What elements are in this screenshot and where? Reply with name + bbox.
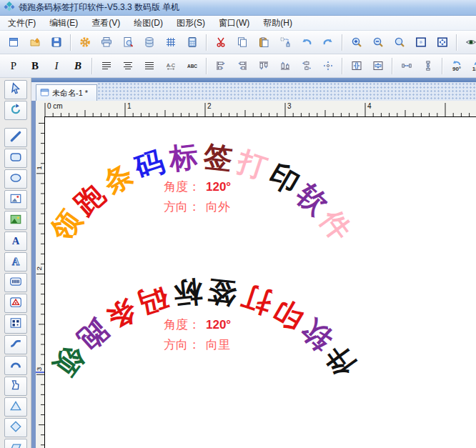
qrcode-tool-button[interactable] (4, 314, 27, 334)
tab-bar-filler (97, 82, 476, 101)
arc-text-2-char-2[interactable]: 跑 (74, 315, 114, 355)
arc-text-2-char-8[interactable]: 印 (269, 295, 308, 334)
ellipse-tool-button[interactable] (4, 169, 27, 189)
arc-text-1-char-6[interactable]: 签 (202, 141, 234, 173)
center-in-page-vertical-button[interactable] (367, 56, 389, 76)
label-canvas[interactable]: 领跑条码标签打印软件角度：120°方向：向外领跑条码标签打印软件角度：120°方… (44, 116, 476, 448)
center-in-page-horizontal-button[interactable] (346, 56, 367, 76)
equal-spacing-vertical-button[interactable] (417, 56, 439, 76)
menu-item-4[interactable]: 图形(S) (171, 16, 211, 30)
menu-bar: 文件(F)编辑(E)查看(V)绘图(D)图形(S)窗口(W)帮助(H) (0, 16, 476, 31)
document-tab[interactable]: 未命名-1 * (36, 84, 97, 101)
arc-text-2-char-10[interactable]: 件 (320, 341, 360, 381)
arc-text-1-char-10[interactable]: 件 (316, 205, 356, 245)
polygon-tool-button[interactable] (4, 377, 27, 396)
arc-text-tool-button[interactable]: A (4, 252, 27, 272)
parallelogram-tool-button[interactable] (4, 439, 27, 448)
rounded-rect-tool-button[interactable] (4, 149, 27, 168)
zoom-reset-button[interactable] (389, 33, 410, 52)
arc-text-1-char-8[interactable]: 印 (264, 159, 304, 199)
format-plain-button[interactable]: P (3, 56, 24, 76)
cut-button[interactable] (210, 33, 232, 52)
angle-row: 角度：120° (164, 315, 231, 335)
align-bottom-edges-button[interactable] (274, 56, 296, 76)
window-title: 领跑条码标签打印软件-V5.3.3 数码版 单机 (19, 1, 179, 14)
menu-item-6[interactable]: 帮助(H) (257, 16, 298, 30)
rotate-90-ccw-button[interactable]: 90° (446, 56, 467, 76)
align-center-both-button[interactable] (317, 56, 339, 76)
format-bold-italic-button[interactable]: B (67, 56, 89, 76)
qrcode-icon (9, 317, 22, 332)
rotate-180-button[interactable]: 180° (467, 56, 476, 76)
arc-text-2-char-6[interactable]: 签 (207, 277, 238, 309)
triangle-tool-button[interactable] (4, 397, 27, 417)
arc-text-2-annotation[interactable]: 角度：120°方向：向里 (164, 315, 231, 355)
new-document-button[interactable] (3, 33, 24, 52)
align-center-h-icon (301, 60, 312, 71)
format-italic-button[interactable]: I (46, 56, 67, 76)
paste-button[interactable] (253, 33, 274, 52)
open-file-button[interactable] (24, 33, 46, 52)
arc-text-2-char-3[interactable]: 条 (102, 295, 142, 334)
show-objects-button[interactable] (460, 33, 476, 52)
arc-text-1-char-2[interactable]: 跑 (69, 179, 109, 219)
menu-item-2[interactable]: 查看(V) (86, 16, 126, 30)
arc-text-2-char-7[interactable]: 打 (239, 282, 274, 318)
menu-item-3[interactable]: 绘图(D) (128, 16, 169, 30)
special-barcode-tool-button[interactable] (4, 294, 27, 313)
align-top-edges-button[interactable] (253, 56, 274, 76)
align-lefts-icon (215, 60, 227, 71)
menu-item-5[interactable]: 窗口(W) (213, 16, 255, 30)
letter-spacing-button[interactable]: A-C (160, 56, 182, 76)
arc-text-1-char-4[interactable]: 码 (132, 146, 167, 182)
undo-arrow-icon (301, 36, 312, 48)
color-image-tool-button[interactable] (4, 211, 27, 230)
database-button[interactable] (139, 33, 160, 52)
align-text-center-button[interactable] (117, 56, 139, 76)
copy-button[interactable] (232, 33, 253, 52)
device-button[interactable] (182, 33, 203, 52)
arc-text-1-annotation[interactable]: 角度：120°方向：向外 (164, 177, 231, 217)
align-right-edges-button[interactable] (232, 56, 253, 76)
line-tool-button[interactable] (4, 128, 27, 147)
settings-button[interactable] (74, 33, 96, 52)
grid-toggle-button[interactable] (160, 33, 182, 52)
align-text-justify-button[interactable] (139, 56, 160, 76)
select-button[interactable] (4, 80, 27, 99)
zoom-in-button[interactable] (346, 33, 367, 52)
fit-window-button[interactable] (410, 33, 432, 52)
save-file-button[interactable] (46, 33, 67, 52)
transform-button[interactable] (274, 33, 296, 52)
gear-icon (79, 36, 91, 48)
format-bold-button[interactable]: B (24, 56, 46, 76)
eye-icon (465, 36, 476, 48)
ellipse-icon (9, 171, 22, 187)
text-tool-button[interactable]: A (4, 232, 27, 251)
arc-text-1-char-3[interactable]: 条 (98, 159, 137, 199)
align-text-left-button[interactable] (96, 56, 117, 76)
abc-icon: ABC (187, 60, 198, 71)
fit-all-button[interactable] (432, 33, 453, 52)
zoom-out-button[interactable] (367, 33, 389, 52)
menu-item-1[interactable]: 编辑(E) (44, 16, 84, 30)
diagonal-line-icon (9, 130, 22, 146)
undo-button[interactable] (296, 33, 317, 52)
text-case-button[interactable]: ABC (182, 56, 203, 76)
arc-text-2-char-5[interactable]: 标 (172, 277, 204, 309)
arc-tool-button[interactable] (4, 356, 27, 375)
diamond-tool-button[interactable] (4, 418, 27, 437)
print-preview-button[interactable] (117, 33, 139, 52)
rotate-tool-button[interactable] (4, 101, 27, 120)
align-left-edges-button[interactable] (210, 56, 232, 76)
menu-item-0[interactable]: 文件(F) (2, 16, 41, 30)
arc-text-2-char-4[interactable]: 码 (136, 282, 172, 318)
print-button[interactable] (96, 33, 117, 52)
image-tool-button[interactable] (4, 190, 27, 209)
arc-text-1-char-7[interactable]: 打 (234, 146, 270, 182)
equal-spacing-horizontal-button[interactable] (396, 56, 417, 76)
curve-tool-button[interactable] (4, 335, 27, 354)
arc-text-1-char-5[interactable]: 标 (168, 141, 199, 173)
barcode-tool-button[interactable] (4, 273, 27, 292)
align-center-horizontal-button[interactable] (296, 56, 317, 76)
redo-button[interactable] (317, 33, 339, 52)
